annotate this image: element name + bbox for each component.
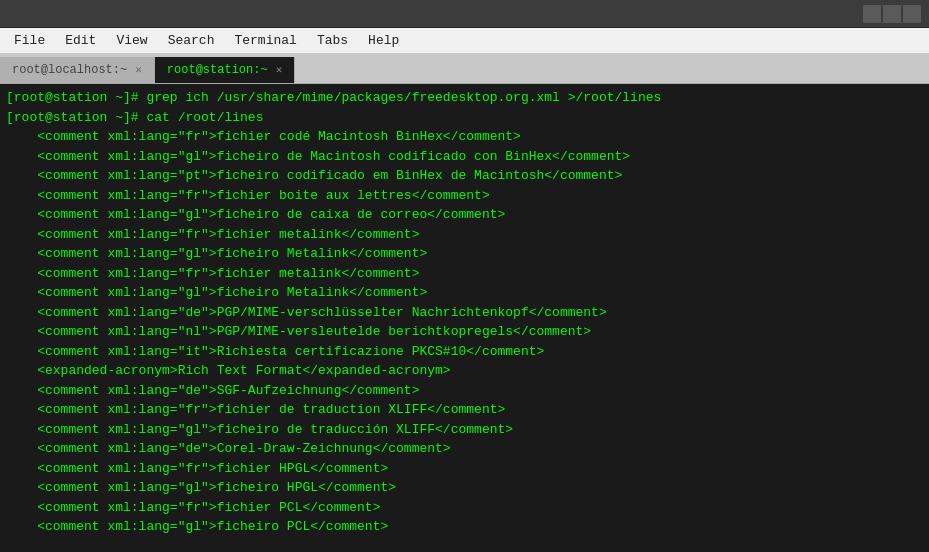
tab-localhost-close[interactable]: ✕ [135,65,142,76]
window-controls [863,5,921,23]
tab-station-label: root@station:~ [167,63,268,77]
tab-station-close[interactable]: ✕ [276,65,283,76]
menu-search[interactable]: Search [158,30,225,51]
menu-tabs[interactable]: Tabs [307,30,358,51]
maximize-button[interactable] [883,5,901,23]
menu-terminal[interactable]: Terminal [224,30,306,51]
menu-edit[interactable]: Edit [55,30,106,51]
tab-station[interactable]: root@station:~ ✕ [155,57,295,83]
menu-bar: File Edit View Search Terminal Tabs Help [0,28,929,54]
minimize-button[interactable] [863,5,881,23]
menu-view[interactable]: View [106,30,157,51]
menu-file[interactable]: File [4,30,55,51]
title-bar [0,0,929,28]
terminal-output[interactable]: [root@station ~]# grep ich /usr/share/mi… [0,84,929,552]
close-button[interactable] [903,5,921,23]
menu-help[interactable]: Help [358,30,409,51]
tab-localhost[interactable]: root@localhost:~ ✕ [0,57,155,83]
tab-localhost-label: root@localhost:~ [12,63,127,77]
tab-bar: root@localhost:~ ✕ root@station:~ ✕ [0,54,929,84]
